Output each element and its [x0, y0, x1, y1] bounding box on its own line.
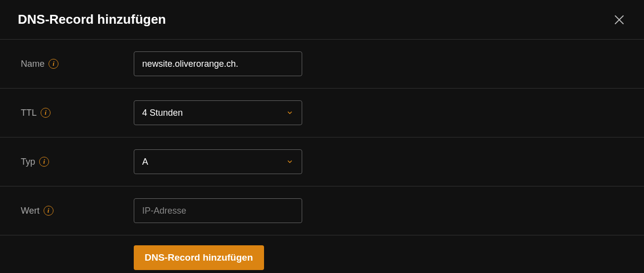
close-button[interactable] — [612, 13, 626, 27]
ttl-select-value: 4 Stunden — [142, 108, 183, 118]
label-cell-type: Typ i — [21, 157, 134, 167]
chevron-down-icon — [286, 109, 294, 117]
ttl-select[interactable]: 4 Stunden — [134, 100, 302, 125]
label-wert: Wert — [21, 206, 40, 216]
label-ttl: TTL — [21, 108, 37, 118]
submit-spacer — [21, 245, 134, 270]
info-icon[interactable]: i — [49, 59, 58, 69]
submit-button[interactable]: DNS-Record hinzufügen — [134, 245, 264, 270]
label-cell-wert: Wert i — [21, 206, 134, 216]
control-cell-type: A — [134, 149, 302, 174]
info-icon[interactable]: i — [44, 206, 54, 216]
label-type: Typ — [21, 157, 35, 167]
control-cell-name — [134, 51, 302, 76]
chevron-down-icon — [286, 158, 294, 166]
info-icon[interactable]: i — [39, 157, 49, 167]
modal-title: DNS-Record hinzufügen — [18, 12, 166, 27]
control-cell-ttl: 4 Stunden — [134, 100, 302, 125]
label-cell-name: Name i — [21, 59, 134, 69]
control-cell-wert — [134, 198, 302, 223]
form-body: Name i TTL i 4 Stunden Typ i — [0, 40, 644, 273]
name-input[interactable] — [134, 51, 302, 76]
row-ttl: TTL i 4 Stunden — [0, 89, 644, 137]
type-select[interactable]: A — [134, 149, 302, 174]
wert-input[interactable] — [134, 198, 302, 223]
label-name: Name — [21, 59, 45, 69]
label-cell-ttl: TTL i — [21, 108, 134, 118]
modal-header: DNS-Record hinzufügen — [0, 0, 644, 40]
close-icon — [613, 14, 625, 26]
submit-row: DNS-Record hinzufügen — [0, 235, 644, 273]
row-type: Typ i A — [0, 137, 644, 186]
row-name: Name i — [0, 40, 644, 89]
type-select-value: A — [142, 157, 148, 167]
info-icon[interactable]: i — [41, 108, 51, 118]
row-wert: Wert i — [0, 186, 644, 235]
